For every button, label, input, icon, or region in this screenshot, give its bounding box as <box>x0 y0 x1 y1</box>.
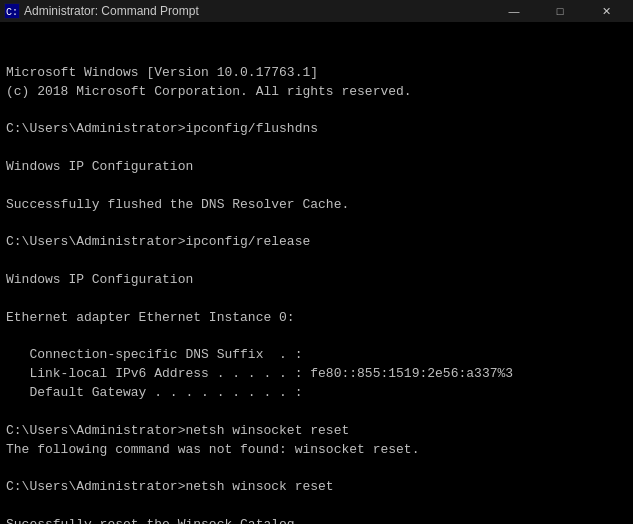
terminal-line <box>6 177 627 196</box>
title-text: Administrator: Command Prompt <box>24 4 199 18</box>
maximize-button[interactable]: □ <box>537 0 583 22</box>
terminal-line: Microsoft Windows [Version 10.0.17763.1] <box>6 64 627 83</box>
terminal-line <box>6 497 627 516</box>
terminal-line <box>6 214 627 233</box>
terminal-line: C:\Users\Administrator>ipconfig/release <box>6 233 627 252</box>
terminal-line: Sucessfully reset the Winsock Catalog. <box>6 516 627 524</box>
title-bar: C: Administrator: Command Prompt — □ ✕ <box>0 0 633 22</box>
terminal-line: C:\Users\Administrator>ipconfig/flushdns <box>6 120 627 139</box>
title-bar-left: C: Administrator: Command Prompt <box>4 3 199 19</box>
svg-text:C:: C: <box>6 7 18 18</box>
window-frame: C: Administrator: Command Prompt — □ ✕ M… <box>0 0 633 524</box>
terminal-line: Connection-specific DNS Suffix . : <box>6 346 627 365</box>
cmd-icon: C: <box>4 3 20 19</box>
minimize-button[interactable]: — <box>491 0 537 22</box>
terminal-line <box>6 101 627 120</box>
terminal-line: Default Gateway . . . . . . . . . : <box>6 384 627 403</box>
terminal-output[interactable]: Microsoft Windows [Version 10.0.17763.1]… <box>0 22 633 524</box>
terminal-line <box>6 403 627 422</box>
close-button[interactable]: ✕ <box>583 0 629 22</box>
terminal-line: Link-local IPv6 Address . . . . . : fe80… <box>6 365 627 384</box>
terminal-line: (c) 2018 Microsoft Corporation. All righ… <box>6 83 627 102</box>
terminal-line <box>6 252 627 271</box>
terminal-line: C:\Users\Administrator>netsh winsocket r… <box>6 422 627 441</box>
terminal-line: Windows IP Configuration <box>6 271 627 290</box>
terminal-line <box>6 459 627 478</box>
terminal-line <box>6 290 627 309</box>
terminal-line: Windows IP Configuration <box>6 158 627 177</box>
terminal-line: C:\Users\Administrator>netsh winsock res… <box>6 478 627 497</box>
terminal-line: Ethernet adapter Ethernet Instance 0: <box>6 309 627 328</box>
title-bar-buttons: — □ ✕ <box>491 0 629 22</box>
terminal-line: Successfully flushed the DNS Resolver Ca… <box>6 196 627 215</box>
terminal-line <box>6 328 627 347</box>
terminal-line <box>6 139 627 158</box>
terminal-line: The following command was not found: win… <box>6 441 627 460</box>
